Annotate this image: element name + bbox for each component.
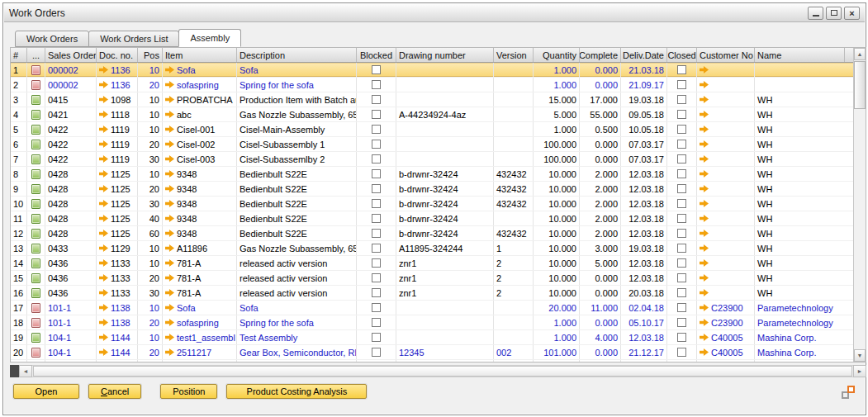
link-arrow-icon[interactable] [700,304,709,311]
description-cell[interactable]: Bedienbult S22E [237,211,357,225]
item-cell[interactable]: 2511217 [163,345,237,359]
link-arrow-icon[interactable] [700,244,709,252]
deliv-date-cell[interactable]: 12.03.18 [621,330,667,344]
deliv-date-cell[interactable]: 02.04.18 [621,301,667,315]
blocked-checkbox[interactable] [372,140,381,149]
blocked-cell[interactable] [357,345,396,359]
table-row[interactable]: 18101-1113820sofaspringSpring for the so… [11,315,853,330]
link-arrow-icon[interactable] [700,140,709,148]
name-cell[interactable]: WH [755,182,845,196]
table-row[interactable]: 30415109810PROBATCHAProduction Item with… [11,92,853,107]
doc-no-cell[interactable]: 1144 [97,345,138,359]
complete-cell[interactable]: 17.000 [580,92,621,107]
sales-order-cell[interactable]: 0428 [45,211,97,225]
closed-cell[interactable] [667,152,697,166]
drawing-number-cell[interactable] [396,315,494,329]
link-arrow-icon[interactable] [99,200,108,207]
deliv-date-cell[interactable]: 19.03.18 [621,241,667,255]
sales-order-cell[interactable]: 000002 [45,63,97,77]
quantity-cell[interactable]: 10.000 [534,211,580,225]
link-arrow-icon[interactable] [99,170,108,178]
description-cell[interactable]: Bedienbult S22E [237,182,357,196]
version-cell[interactable] [494,301,534,315]
link-arrow-icon[interactable] [165,230,174,237]
sales-order-cell[interactable]: 1087 [45,360,97,362]
column-header-sales-order[interactable]: Sales Order [45,48,97,62]
complete-cell[interactable]: 0.000 [580,286,621,300]
closed-checkbox[interactable] [677,244,686,253]
link-arrow-icon[interactable] [99,215,108,222]
blocked-cell[interactable] [357,122,396,136]
vertical-scroll-track[interactable] [854,60,866,349]
quantity-cell[interactable]: 10.000 [534,182,580,196]
scroll-up-button[interactable]: ▲ [854,48,866,60]
item-cell[interactable]: 9348 [163,167,237,181]
doc-no-cell[interactable]: 1138 [97,315,138,329]
drawing-number-cell[interactable] [396,152,494,166]
link-arrow-icon[interactable] [99,348,108,356]
blocked-cell[interactable] [357,286,396,300]
column-header-closed[interactable]: Closed [667,48,697,62]
sales-order-cell[interactable]: 101-1 [45,301,97,315]
customer-no-cell[interactable]: C23900 [697,301,755,315]
close-button[interactable]: × [844,7,860,20]
version-cell[interactable]: 432432 [494,226,534,240]
item-cell[interactable]: A11896 [163,241,237,255]
description-cell[interactable]: Cisel-Subassembly 1 [237,137,357,151]
blocked-checkbox[interactable] [372,318,381,327]
name-cell[interactable]: WH [755,286,845,300]
blocked-cell[interactable] [357,271,396,285]
doc-no-cell[interactable]: 1087 [97,360,138,362]
blocked-cell[interactable] [357,152,396,166]
column-header-pos[interactable]: Pos [138,48,163,62]
blocked-cell[interactable] [357,137,396,151]
item-cell[interactable]: Sofa [163,301,237,315]
pos-cell[interactable]: 30 [138,197,163,211]
closed-checkbox[interactable] [677,199,686,208]
pos-cell[interactable]: 20 [138,78,163,92]
drawing-number-cell[interactable] [396,137,494,151]
deliv-date-cell[interactable]: 12.03.18 [621,167,667,181]
quantity-cell[interactable]: 10.000 [534,286,580,300]
closed-checkbox[interactable] [677,273,686,282]
drawing-number-cell[interactable]: znr1 [396,256,494,270]
doc-no-cell[interactable]: 1136 [97,63,138,77]
version-cell[interactable] [494,315,534,329]
pos-cell[interactable]: 10 [138,122,163,136]
drawing-number-cell[interactable]: b-drwnr-32424 [396,226,494,240]
column-header-quantity[interactable]: Quantity [534,48,580,62]
link-arrow-icon[interactable] [99,66,108,73]
version-cell[interactable] [494,211,534,225]
deliv-date-cell[interactable]: 07.03.17 [621,137,667,151]
link-arrow-icon[interactable] [165,66,174,73]
blocked-checkbox[interactable] [372,214,381,223]
customer-no-cell[interactable] [697,360,755,362]
version-cell[interactable] [494,330,534,344]
sales-order-cell[interactable]: 0428 [45,167,97,181]
doc-no-cell[interactable]: 1118 [97,107,138,121]
scroll-right-button[interactable]: ► [853,365,866,377]
table-row[interactable]: 1004281125309348Bedienbult S22Eb-drwnr-3… [11,197,853,211]
description-cell[interactable]: Gas Nozzle Subassembly, 65-50 [237,107,357,121]
drawing-number-cell[interactable]: 12345 [396,345,494,359]
closed-cell[interactable] [667,92,697,107]
complete-cell[interactable]: 2.000 [580,226,621,240]
description-cell[interactable]: Spring for the sofa [237,78,357,92]
customer-no-cell[interactable] [697,226,755,240]
link-arrow-icon[interactable] [99,155,108,163]
link-arrow-icon[interactable] [165,126,174,133]
complete-cell[interactable]: 11.000 [580,301,621,315]
closed-cell[interactable] [667,315,697,329]
sales-order-cell[interactable]: 0428 [45,226,97,240]
quantity-cell[interactable]: 100.000 [534,152,580,166]
drawing-number-cell[interactable]: b-drwnr-32424 [396,182,494,196]
sales-order-cell[interactable]: 0433 [45,241,97,255]
link-arrow-icon[interactable] [700,66,709,73]
customer-no-cell[interactable] [697,241,755,255]
complete-cell[interactable]: 2.000 [580,167,621,181]
blocked-cell[interactable] [357,330,396,344]
titlebar[interactable]: Work Orders × [4,4,865,22]
closed-checkbox[interactable] [677,184,686,193]
complete-cell[interactable]: 2.000 [580,182,621,196]
version-cell[interactable] [494,137,534,151]
